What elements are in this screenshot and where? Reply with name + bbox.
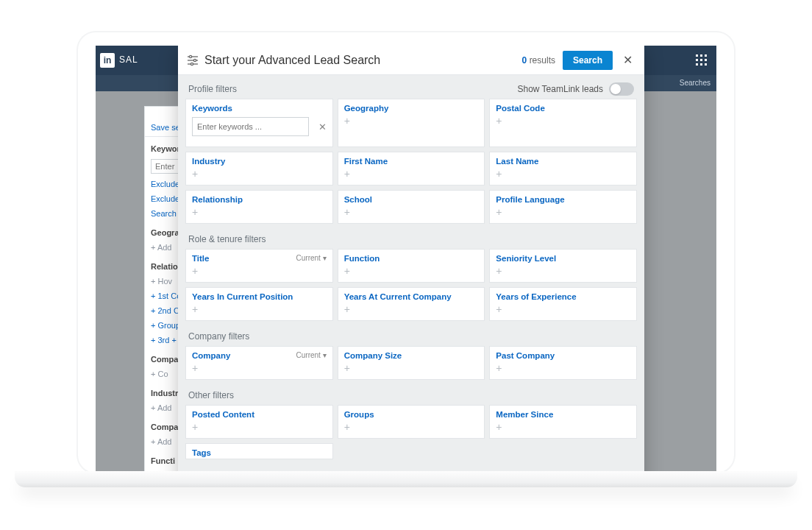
filter-last-name[interactable]: Last Name + — [489, 152, 637, 186]
brand-text: SAL — [119, 54, 138, 65]
filter-label: Member Since — [496, 410, 630, 419]
plus-icon: + — [496, 207, 630, 217]
laptop-frame: in SAL Searches Save se Keywor Exclude E… — [76, 31, 736, 474]
plus-icon: + — [344, 266, 479, 276]
company-filters-grid: Company Current + Company Size + Past Co… — [178, 346, 644, 380]
filter-label: First Name — [344, 157, 479, 166]
plus-icon: + — [192, 266, 327, 276]
keywords-input[interactable] — [192, 117, 309, 136]
plus-icon: + — [192, 363, 327, 373]
current-badge[interactable]: Current — [296, 254, 327, 262]
filter-label: Past Company — [496, 351, 630, 360]
filter-profile-language[interactable]: Profile Language + — [489, 190, 637, 224]
filter-past-company[interactable]: Past Company + — [489, 346, 637, 380]
filter-label: Function — [344, 254, 479, 263]
section-title-profile: Profile filters — [188, 84, 237, 94]
filter-seniority-level[interactable]: Seniority Level + — [489, 249, 637, 283]
filter-years-in-current-position[interactable]: Years In Current Position + — [185, 287, 333, 321]
filter-company-size[interactable]: Company Size + — [338, 346, 485, 380]
filter-label: Years At Current Company — [344, 292, 479, 301]
svg-point-5 — [190, 63, 193, 65]
filter-industry[interactable]: Industry + — [185, 152, 333, 186]
filter-first-name[interactable]: First Name + — [338, 152, 485, 186]
role-filters-grid: Title Current + Function + Seniority Lev… — [178, 249, 644, 321]
plus-icon: + — [344, 304, 479, 314]
svg-point-1 — [189, 55, 191, 57]
filter-label: Posted Content — [192, 410, 327, 419]
advanced-search-modal: Start your Advanced Lead Search 0 result… — [178, 46, 644, 474]
section-title-other: Other filters — [178, 380, 644, 405]
search-button[interactable]: Search — [563, 51, 613, 70]
filter-years-at-current-company[interactable]: Years At Current Company + — [338, 287, 485, 321]
profile-filters-header-row: Profile filters Show TeamLink leads — [178, 75, 644, 99]
filter-member-since[interactable]: Member Since + — [489, 405, 637, 439]
plus-icon: + — [192, 304, 327, 314]
filter-tags[interactable]: Tags — [185, 443, 333, 459]
teamlink-label: Show TeamLink leads — [517, 84, 603, 94]
plus-icon: + — [344, 363, 479, 373]
filter-title[interactable]: Title Current + — [185, 249, 333, 283]
filter-label: Geography — [344, 104, 479, 113]
teamlink-toggle[interactable] — [609, 82, 634, 96]
filter-label: Seniority Level — [496, 254, 630, 263]
filter-label: Tags — [192, 448, 327, 457]
plus-icon: + — [192, 169, 327, 179]
linkedin-logo-icon: in — [100, 53, 115, 68]
plus-icon: + — [344, 422, 479, 432]
section-title-company: Company filters — [178, 321, 644, 346]
filter-label: Keywords — [192, 104, 327, 113]
plus-icon: + — [496, 363, 630, 373]
plus-icon: + — [192, 422, 327, 432]
filter-keywords[interactable]: Keywords ✕ — [185, 99, 333, 147]
filter-label: Years of Experience — [496, 292, 630, 301]
filter-function[interactable]: Function + — [338, 249, 485, 283]
current-badge[interactable]: Current — [296, 351, 327, 359]
close-icon[interactable]: ✕ — [620, 50, 635, 70]
results-count: 0 results — [522, 55, 555, 66]
modal-title: Start your Advanced Lead Search — [204, 54, 522, 67]
plus-icon: + — [496, 266, 630, 276]
modal-header: Start your Advanced Lead Search 0 result… — [178, 46, 644, 75]
filter-postal-code[interactable]: Postal Code + — [489, 99, 637, 147]
plus-icon: + — [496, 422, 630, 432]
filter-label: Industry — [192, 157, 327, 166]
filter-label: Groups — [344, 410, 479, 419]
filter-geography[interactable]: Geography + — [338, 99, 485, 147]
svg-point-3 — [193, 59, 196, 61]
plus-icon: + — [496, 169, 630, 179]
filter-school[interactable]: School + — [338, 190, 485, 224]
filter-company[interactable]: Company Current + — [185, 346, 333, 380]
plus-icon: + — [192, 207, 327, 217]
plus-icon: + — [496, 116, 630, 126]
filter-label: Years In Current Position — [192, 292, 327, 301]
filter-years-of-experience[interactable]: Years of Experience + — [489, 287, 637, 321]
screen: in SAL Searches Save se Keywor Exclude E… — [96, 46, 716, 474]
save-search-link[interactable]: Save se — [151, 123, 180, 132]
plus-icon: + — [344, 169, 479, 179]
filter-label: Postal Code — [496, 104, 630, 113]
filter-label: School — [344, 195, 479, 204]
subnav-searches-link[interactable]: Searches — [680, 79, 710, 87]
laptop-base — [15, 471, 797, 487]
clear-keywords-icon[interactable]: ✕ — [318, 121, 327, 132]
filter-label: Relationship — [192, 195, 327, 204]
filter-label: Last Name — [496, 157, 630, 166]
plus-icon: + — [344, 207, 479, 217]
filter-posted-content[interactable]: Posted Content + — [185, 405, 333, 439]
plus-icon: + — [344, 116, 479, 126]
apps-grid-icon[interactable] — [696, 54, 708, 66]
other-filters-grid: Posted Content + Groups + Member Since +… — [178, 405, 644, 459]
filter-label: Profile Language — [496, 195, 630, 204]
filter-label: Company Size — [344, 351, 479, 360]
plus-icon: + — [496, 304, 630, 314]
filter-groups[interactable]: Groups + — [338, 405, 485, 439]
sliders-icon — [187, 54, 199, 66]
profile-filters-grid: Keywords ✕ Geography + Postal Code + Ind… — [178, 99, 644, 224]
filter-relationship[interactable]: Relationship + — [185, 190, 333, 224]
section-title-role: Role & tenure filters — [178, 224, 644, 249]
